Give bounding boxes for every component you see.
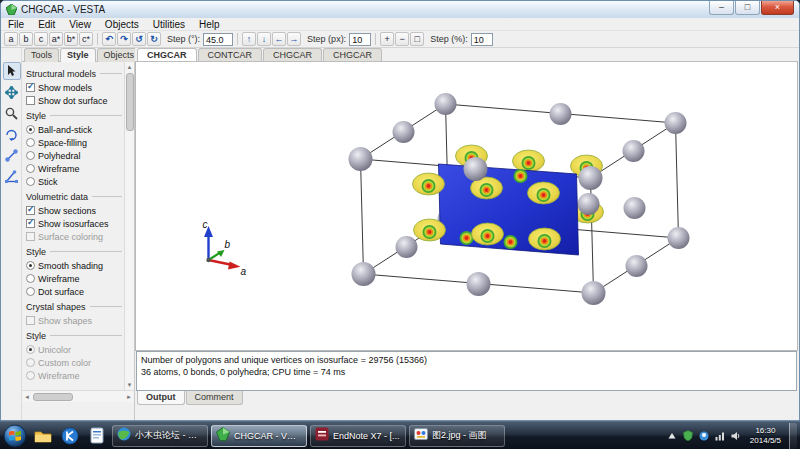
step-pct-input[interactable]: 10 <box>471 33 493 46</box>
pan-right-button[interactable]: → <box>287 32 301 46</box>
atom[interactable] <box>582 281 606 305</box>
view-bstar-button[interactable]: b* <box>64 32 78 46</box>
angle-tool-icon[interactable] <box>3 167 21 185</box>
menu-file[interactable]: File <box>1 18 31 31</box>
pan-tool-icon[interactable] <box>3 83 21 101</box>
zoom-in-button[interactable]: + <box>380 32 394 46</box>
messenger-icon[interactable] <box>698 430 710 442</box>
hidden-icons-expand-icon[interactable] <box>666 430 678 442</box>
sidebar-horizontal-scrollbar[interactable]: ◄ ► <box>22 390 134 402</box>
tab-chgcar-3[interactable]: CHGCAR <box>323 48 382 61</box>
taskbar-button-forum[interactable]: 小木虫论坛 - 学... <box>112 425 208 447</box>
atom[interactable] <box>578 193 600 215</box>
radio-ball-and-stick[interactable]: Ball-and-stick <box>26 123 124 136</box>
atom[interactable] <box>393 121 415 143</box>
show-desktop-button[interactable] <box>789 423 797 449</box>
wps-icon[interactable] <box>85 424 109 448</box>
zoom-tool-icon[interactable] <box>3 104 21 122</box>
close-button[interactable]: × <box>761 1 794 15</box>
atom[interactable] <box>349 147 373 171</box>
radio-dot-surface[interactable]: Dot surface <box>26 285 124 298</box>
distance-tool-icon[interactable] <box>3 146 21 164</box>
menu-utilities[interactable]: Utilities <box>146 18 192 31</box>
atom[interactable] <box>464 157 488 181</box>
rotate-right-button[interactable]: ↷ <box>117 32 131 46</box>
view-c-button[interactable]: c <box>34 32 48 46</box>
checkbox-show-models[interactable]: Show models <box>26 81 124 94</box>
atom[interactable] <box>665 112 687 134</box>
sidebar-vertical-scrollbar[interactable]: ▲ ▼ <box>124 62 134 390</box>
atom[interactable] <box>626 255 648 277</box>
volume-icon[interactable] <box>730 430 742 442</box>
step-deg-input[interactable]: 45.0 <box>203 33 233 46</box>
menu-help[interactable]: Help <box>192 18 227 31</box>
folder-icon[interactable] <box>31 424 55 448</box>
clock[interactable]: 16:30 2014/5/5 <box>746 426 785 446</box>
view-a-button[interactable]: a <box>4 32 18 46</box>
minimize-button[interactable]: – <box>709 1 734 15</box>
maximize-button[interactable]: □ <box>735 1 760 15</box>
checkbox-show-dot-surface[interactable]: Show dot surface <box>26 94 124 107</box>
radio-smooth-shading[interactable]: Smooth shading <box>26 259 124 272</box>
isosurface-blob[interactable] <box>513 150 545 172</box>
atom[interactable] <box>352 262 376 286</box>
radio-wireframe[interactable]: Wireframe <box>26 162 124 175</box>
start-button[interactable] <box>2 423 28 449</box>
radio-polyhedral[interactable]: Polyhedral <box>26 149 124 162</box>
taskbar-button-endnote[interactable]: EndNote X7 - [... <box>310 425 406 447</box>
antivirus-icon[interactable] <box>682 430 694 442</box>
pan-up-button[interactable]: ↑ <box>242 32 256 46</box>
tab-chgcar-2[interactable]: CHGCAR <box>263 48 322 61</box>
atom[interactable] <box>623 140 645 162</box>
output-log[interactable]: Number of polygons and unique vertices o… <box>136 351 797 391</box>
tab-contcar[interactable]: CONTCAR <box>198 48 263 61</box>
checkbox-show-isosurfaces[interactable]: Show isosurfaces <box>26 217 124 230</box>
tab-style[interactable]: Style <box>60 48 96 62</box>
scroll-left-icon[interactable]: ◄ <box>22 394 32 400</box>
atom[interactable] <box>467 272 491 296</box>
scrollbar-thumb[interactable] <box>33 393 73 401</box>
taskbar-button-paint[interactable]: 图2.jpg - 画图 <box>409 425 505 447</box>
menu-objects[interactable]: Objects <box>98 18 146 31</box>
radio-stick[interactable]: Stick <box>26 175 124 188</box>
isosurface-blob[interactable] <box>413 173 445 195</box>
view-b-button[interactable]: b <box>19 32 33 46</box>
scroll-up-icon[interactable]: ▲ <box>127 62 133 72</box>
view-astar-button[interactable]: a* <box>49 32 63 46</box>
fit-view-button[interactable]: □ <box>410 32 424 46</box>
view-cstar-button[interactable]: c* <box>79 32 93 46</box>
kmplayer-icon[interactable] <box>58 424 82 448</box>
rotate-tool-icon[interactable] <box>3 125 21 143</box>
rotate-cw-button[interactable]: ↻ <box>147 32 161 46</box>
taskbar-button-vesta[interactable]: CHGCAR - VESTA <box>211 425 307 447</box>
titlebar[interactable]: CHGCAR - VESTA – □ × <box>1 1 799 18</box>
radio-space-filling[interactable]: Space-filling <box>26 136 124 149</box>
scroll-down-icon[interactable]: ▼ <box>127 380 133 390</box>
tab-chgcar-1[interactable]: CHGCAR <box>137 48 197 61</box>
network-icon[interactable] <box>714 430 726 442</box>
menu-view[interactable]: View <box>62 18 98 31</box>
scroll-right-icon[interactable]: ► <box>124 394 134 400</box>
tab-output[interactable]: Output <box>137 391 185 405</box>
atom[interactable] <box>624 197 646 219</box>
tab-tools[interactable]: Tools <box>24 48 59 62</box>
scrollbar-thumb[interactable] <box>126 73 134 131</box>
isosurface-blob[interactable] <box>414 219 446 241</box>
isosurface-blob[interactable] <box>528 182 560 204</box>
atom[interactable] <box>668 227 690 249</box>
select-tool-icon[interactable] <box>3 62 21 80</box>
pan-left-button[interactable]: ← <box>272 32 286 46</box>
atom[interactable] <box>435 93 457 115</box>
isosurface-blob[interactable] <box>472 223 504 245</box>
menu-edit[interactable]: Edit <box>31 18 62 31</box>
atom[interactable] <box>396 236 418 258</box>
pan-down-button[interactable]: ↓ <box>257 32 271 46</box>
zoom-out-button[interactable]: − <box>395 32 409 46</box>
step-px-input[interactable]: 10 <box>349 33 371 46</box>
checkbox-show-sections[interactable]: Show sections <box>26 204 124 217</box>
structure-viewport[interactable]: c a b <box>135 62 798 351</box>
tab-comment[interactable]: Comment <box>186 391 243 405</box>
atom[interactable] <box>550 103 572 125</box>
rotate-ccw-button[interactable]: ↺ <box>132 32 146 46</box>
atom[interactable] <box>579 166 603 190</box>
